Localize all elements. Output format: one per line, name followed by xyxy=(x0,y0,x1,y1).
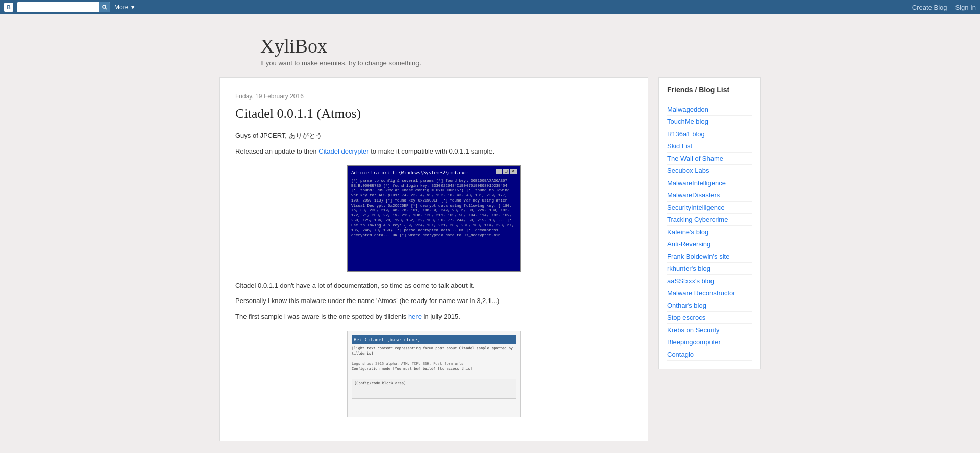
friends-list: MalwageddonTouchMe blogR136a1 blogSkid L… xyxy=(667,104,752,361)
friends-title: Friends / Blog List xyxy=(667,86,752,97)
post-body-1: Citadel 0.0.1.1 don't have a lot of docu… xyxy=(235,281,632,291)
sidebar-friend-link[interactable]: Kafeine's blog xyxy=(667,226,752,238)
sidebar-friend-link[interactable]: Secubox Labs xyxy=(667,165,752,177)
sidebar-friend-link[interactable]: Skid List xyxy=(667,140,752,153)
more-button[interactable]: More ▼ xyxy=(114,4,136,11)
sidebar: Friends / Blog List MalwageddonTouchMe b… xyxy=(658,77,761,369)
maximize-btn: □ xyxy=(503,169,509,174)
cmd-titlebar: Administrator: C:\Windows\System32\cmd.e… xyxy=(351,169,517,177)
cmd-buttons: _ □ × xyxy=(496,169,517,177)
sidebar-friend-link[interactable]: Frank Boldewin's site xyxy=(667,250,752,263)
sidebar-friend-link[interactable]: Malware Reconstructor xyxy=(667,287,752,299)
sidebar-friend-link[interactable]: R136a1 blog xyxy=(667,128,752,140)
page-wrapper: XyliBox If you want to make enemies, try… xyxy=(209,14,771,451)
post-body-2: Personally i know this malware under the… xyxy=(235,296,632,307)
svg-line-1 xyxy=(106,8,107,10)
post-intro-2: Released an update to their Citadel decr… xyxy=(235,146,632,157)
sidebar-friend-link[interactable]: MalwareIntelligence xyxy=(667,177,752,189)
search-input[interactable] xyxy=(17,2,99,12)
forum-content: [light text content representing forum p… xyxy=(352,346,516,399)
navbar: B More ▼ Create Blog Sign In xyxy=(0,0,980,14)
sign-in-link[interactable]: Sign In xyxy=(955,4,976,11)
main-content: Friday, 19 February 2016 Citadel 0.0.1.1… xyxy=(219,77,648,441)
sidebar-friend-link[interactable]: Anti-Reversing xyxy=(667,238,752,250)
post-intro-1: Guys of JPCERT, ありがとう xyxy=(235,131,632,141)
blog-header: XyliBox If you want to make enemies, try… xyxy=(219,24,761,77)
navbar-right: Create Blog Sign In xyxy=(912,4,976,11)
chevron-down-icon: ▼ xyxy=(130,4,136,11)
friends-section: Friends / Blog List MalwageddonTouchMe b… xyxy=(658,77,761,369)
cmd-screenshot-1: Administrator: C:\Windows\System32\cmd.e… xyxy=(347,165,521,272)
blogger-logo: B xyxy=(4,3,13,12)
sidebar-friend-link[interactable]: MalwareDisasters xyxy=(667,189,752,202)
sidebar-friend-link[interactable]: The Wall of Shame xyxy=(667,153,752,165)
main-layout: Friday, 19 February 2016 Citadel 0.0.1.1… xyxy=(219,77,761,441)
blog-subtitle: If you want to make enemies, try to chan… xyxy=(260,59,761,67)
forum-titlebar: Re: Citadel [base clone] xyxy=(352,335,516,344)
search-box xyxy=(17,2,110,12)
sidebar-friend-link[interactable]: rkhunter's blog xyxy=(667,263,752,275)
sidebar-friend-link[interactable]: Krebs on Security xyxy=(667,324,752,336)
minimize-btn: _ xyxy=(496,169,502,174)
sidebar-friend-link[interactable]: Stop escrocs xyxy=(667,312,752,324)
sidebar-friend-link[interactable]: SecurityIntelligence xyxy=(667,202,752,214)
post-title: Citadel 0.0.1.1 (Atmos) xyxy=(235,106,632,121)
citadel-decrypter-link[interactable]: Citadel decrypter xyxy=(318,147,369,155)
close-btn: × xyxy=(510,169,517,174)
forum-screenshot: Re: Citadel [base clone] [light text con… xyxy=(347,331,521,417)
sidebar-friend-link[interactable]: Onthar's blog xyxy=(667,299,752,312)
sidebar-friend-link[interactable]: Malwageddon xyxy=(667,104,752,116)
sidebar-friend-link[interactable]: Contagio xyxy=(667,348,752,361)
post-body: Guys of JPCERT, ありがとう Released an update… xyxy=(235,131,632,417)
svg-point-0 xyxy=(103,5,106,8)
sidebar-friend-link[interactable]: aaSSfxxx's blog xyxy=(667,275,752,287)
post-date: Friday, 19 February 2016 xyxy=(235,93,632,100)
navbar-left: B More ▼ xyxy=(4,2,136,12)
post-body-3: The first sample i was aware is the one … xyxy=(235,312,632,322)
sidebar-friend-link[interactable]: Bleepingcomputer xyxy=(667,336,752,348)
sidebar-friend-link[interactable]: Tracking Cybercrime xyxy=(667,214,752,226)
sidebar-friend-link[interactable]: TouchMe blog xyxy=(667,116,752,128)
search-button[interactable] xyxy=(99,2,110,12)
cmd-body: [*] parse to config & several params [*]… xyxy=(351,179,517,238)
here-link[interactable]: here xyxy=(408,313,422,320)
blog-title: XyliBox xyxy=(260,35,761,57)
create-blog-link[interactable]: Create Blog xyxy=(912,4,947,11)
